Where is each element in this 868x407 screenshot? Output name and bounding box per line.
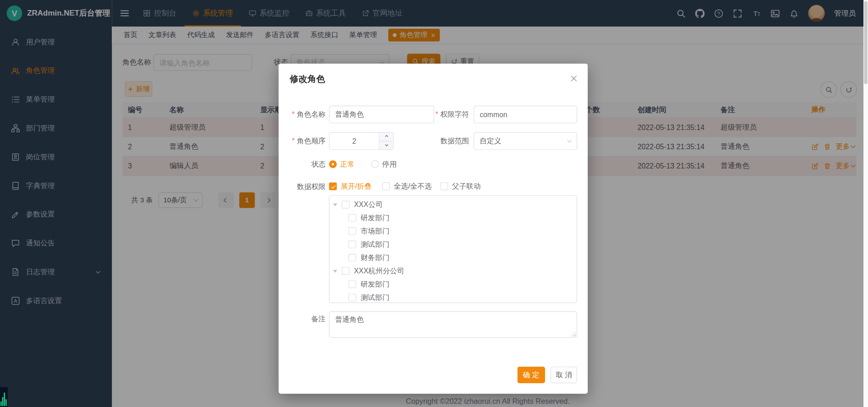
radio-dot-icon <box>371 160 379 168</box>
role-name-label: 角色名称 <box>278 106 326 124</box>
tree-node-label: 研发部门 <box>360 213 389 223</box>
checkbox-label: 全选/全不选 <box>394 181 432 191</box>
tree-node[interactable]: 测试部门 <box>330 238 577 251</box>
checkbox-icon[interactable] <box>349 254 356 261</box>
checkbox-icon[interactable] <box>342 201 349 208</box>
perm-char-label: 权限字符 <box>417 106 469 124</box>
caret-down-icon[interactable] <box>333 203 338 206</box>
increment-button[interactable] <box>379 133 393 141</box>
role-order-input[interactable] <box>330 133 379 149</box>
tree-node[interactable]: 测试部门 <box>330 291 577 303</box>
checkbox-label: 父子联动 <box>452 181 481 191</box>
caret-down-icon[interactable] <box>333 270 338 272</box>
checkbox-icon[interactable] <box>342 267 349 275</box>
radio-status-normal[interactable]: 正常 <box>329 159 355 169</box>
chevron-down-icon <box>567 138 572 142</box>
status-radio-group: 正常 停用 <box>329 159 397 170</box>
radio-label: 正常 <box>340 159 355 169</box>
radio-dot-icon <box>329 160 337 168</box>
checkbox-icon <box>440 183 448 190</box>
tree-node-label: 财务部门 <box>360 253 389 263</box>
chevron-down-icon <box>385 143 388 146</box>
role-order-stepper <box>329 132 393 150</box>
tree-node[interactable]: 研发部门 <box>330 211 577 224</box>
tree-node-label: 测试部门 <box>360 239 389 250</box>
dialog-title: 修改角色 <box>289 74 325 85</box>
stepper-buttons <box>379 133 393 149</box>
tree-node-label: 测试部门 <box>360 293 389 303</box>
cancel-button[interactable]: 取 消 <box>551 367 577 383</box>
stats-monitor <box>0 387 8 407</box>
confirm-button[interactable]: 确 定 <box>517 367 545 383</box>
remark-textarea[interactable]: 普通角色 <box>329 311 577 338</box>
checkbox-expand-collapse[interactable]: 展开/折叠 <box>329 181 371 191</box>
checkbox-label: 展开/折叠 <box>341 181 371 191</box>
scrollbar-thumb[interactable] <box>864 1 868 84</box>
tree-node[interactable]: XXX公司 <box>330 198 577 211</box>
perm-char-input[interactable] <box>474 106 577 124</box>
checkbox-icon[interactable] <box>349 293 356 301</box>
checkbox-icon[interactable] <box>349 240 356 248</box>
checkbox-parent-child-link[interactable]: 父子联动 <box>440 181 480 191</box>
tree-node-label: 研发部门 <box>360 279 389 289</box>
app-window: V ZRAdmin.NET后台管理 用户管理 角色管理 菜单管理 部门管理 <box>0 0 868 407</box>
data-scope-value: 自定义 <box>480 136 501 146</box>
page-scrollbar[interactable] <box>863 0 868 407</box>
checkbox-select-all[interactable]: 全选/全不选 <box>382 181 431 191</box>
remark-label: 备注 <box>278 314 326 325</box>
tree-node-label: XXX杭州分公司 <box>354 266 404 276</box>
edit-role-dialog: 修改角色 角色名称 权限字符 角色顺序 数据范围 自定义 状态 正常 <box>278 64 588 394</box>
checkbox-icon <box>382 183 390 190</box>
remark-textarea-wrap: 普通角色 <box>329 311 577 338</box>
tree-node[interactable]: XXX杭州分公司 <box>330 264 577 277</box>
tree-node-label: 市场部门 <box>360 226 389 236</box>
close-icon[interactable] <box>570 75 578 82</box>
data-scope-label: 数据范围 <box>417 132 469 150</box>
tree-node[interactable]: 财务部门 <box>330 251 577 264</box>
decrement-button[interactable] <box>379 141 393 150</box>
chevron-up-icon <box>385 135 388 138</box>
data-permission-label: 数据权限 <box>278 181 326 192</box>
permission-tree: XXX公司 研发部门 市场部门 测试部门 财务部门 XXX杭州分公司 <box>329 195 577 303</box>
checkbox-icon <box>329 183 337 190</box>
radio-status-disabled[interactable]: 停用 <box>371 159 397 169</box>
data-scope-select[interactable]: 自定义 <box>474 132 577 150</box>
status-label: 状态 <box>278 159 326 170</box>
tree-node-label: XXX公司 <box>354 200 383 210</box>
checkbox-icon[interactable] <box>349 214 356 222</box>
role-order-label: 角色顺序 <box>278 132 326 150</box>
checkbox-icon[interactable] <box>349 227 356 235</box>
tree-node[interactable]: 研发部门 <box>330 277 577 291</box>
tree-node[interactable]: 市场部门 <box>330 224 577 238</box>
radio-label: 停用 <box>382 159 396 169</box>
checkbox-icon[interactable] <box>349 280 356 288</box>
